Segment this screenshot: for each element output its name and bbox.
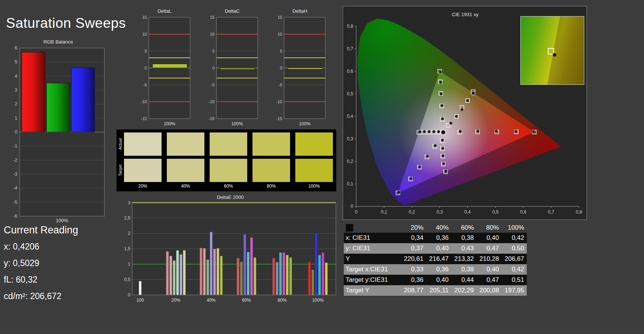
deltae-bar [166, 251, 169, 295]
actual-swatch-80% [252, 132, 290, 156]
deltae-bar [200, 248, 203, 295]
measured-marker-cyan [432, 130, 435, 133]
delta-l-plot: 151050-5-10-15100% [138, 15, 191, 128]
table-cell: 0,40 [426, 243, 451, 254]
tick-label: -5 [211, 83, 215, 87]
table-cell: 197,95 [502, 285, 527, 296]
measured-marker-red [532, 130, 535, 133]
tick-label: 0 [145, 66, 147, 70]
tick-label: 100% [164, 121, 175, 126]
delta-l-chart: DeltaL 151050-5-10-15100% [138, 8, 191, 129]
tick-label: -3 [13, 172, 17, 177]
deltae-bar [286, 255, 289, 295]
tick-label: 0,1 [347, 181, 353, 187]
tick-label: 0 [15, 129, 17, 135]
measured-marker-green [439, 71, 442, 74]
table-column-header: 40% [426, 223, 451, 233]
tick-label: 0 [280, 66, 282, 70]
deltae-bar [139, 281, 142, 295]
deltae-bar [254, 257, 256, 295]
table-row: Target x:CIE310,330,360,380,400,42 [344, 264, 527, 275]
measured-marker-red [476, 130, 479, 133]
deltae-bar [308, 262, 311, 295]
table-row: Target Y208,77205,11202,29200,08197,95 [344, 285, 527, 296]
measured-marker-magenta [444, 170, 447, 173]
tick-label: 5 [280, 49, 282, 53]
reading-line: cd/m²: 206,672 [4, 291, 78, 301]
measured-marker-yellow [449, 122, 452, 125]
reading-line: x: 0,4206 [4, 242, 78, 252]
table-column-header: 60% [451, 223, 476, 233]
delta-h-chart: DeltaH 151050-5-10-15100% [274, 8, 326, 129]
saturation-sweeps-page: Saturation Sweeps RGB Balance 6543210-1-… [0, 0, 644, 334]
tick-label: 0 [351, 204, 353, 209]
tick-label: 0,2 [347, 159, 353, 164]
table-cell: 213,32 [451, 254, 476, 264]
tick-label: -5 [143, 83, 147, 87]
tick-label: 100% [312, 298, 324, 303]
tick-label: 3 [128, 201, 130, 205]
table-cell: 0,51 [502, 275, 527, 285]
deltae-bar [289, 257, 292, 295]
tick-label: 0,6 [520, 209, 526, 215]
measured-marker-yellow [466, 99, 469, 102]
swatch-category-label: 80% [252, 184, 290, 189]
table-cell: 206,67 [502, 254, 527, 264]
current-point-marker [472, 91, 475, 95]
table-cell: 0,47 [476, 275, 502, 285]
tick-label: 0,7 [548, 209, 554, 215]
deltae-bar [283, 253, 285, 295]
red-bar [22, 52, 45, 132]
delta-l-title: DeltaL [138, 8, 191, 14]
rgb-balance-title: RGB Balance [11, 39, 105, 45]
deltae-bar [243, 234, 246, 295]
table-row: Y220,61216,47213,32210,28206,67 [344, 254, 527, 264]
deltae-bar [180, 254, 182, 295]
table-row-label: Target y:CIE31 [344, 275, 401, 285]
tick-label: -5 [278, 83, 282, 87]
measured-marker-blue [397, 191, 400, 194]
measured-marker-magenta [441, 139, 444, 142]
tick-label: 15 [210, 15, 215, 20]
tick-label: -10 [276, 99, 282, 104]
table-cell: 0,40 [476, 233, 502, 243]
measured-marker-yellow [455, 115, 458, 118]
table-cell: 220,61 [401, 254, 426, 264]
tick-label: 0,1 [381, 209, 387, 215]
deltae-bar [237, 258, 239, 295]
measured-marker-blue [426, 155, 429, 158]
table-cell: 202,29 [451, 285, 476, 296]
swatch-category-label: 40% [167, 184, 204, 189]
tick-label: 0,5 [492, 209, 499, 215]
tick-label: 0,8 [576, 209, 582, 215]
measured-marker-green [439, 81, 442, 84]
table-corner-swatch [346, 224, 353, 232]
table-cell: 0,38 [451, 233, 476, 243]
deltae-bar [207, 260, 209, 295]
target-swatch-80% [252, 159, 290, 182]
measured-marker-red [514, 130, 517, 133]
deltae-bar [322, 253, 324, 295]
tick-label: 3 [15, 87, 17, 93]
actual-swatch-100% [295, 132, 333, 156]
table-cell: 0,47 [476, 243, 502, 254]
blue-bar [71, 68, 95, 132]
delta-bar [153, 64, 187, 68]
deltae-bar [250, 238, 253, 295]
tick-label: 20% [171, 298, 180, 303]
deltae-bar [203, 248, 206, 295]
target-swatch-40% [167, 159, 204, 182]
tick-label: 0,5 [124, 277, 130, 282]
table-cell: 0,42 [502, 264, 527, 275]
delta-c-title: DeltaC [206, 8, 259, 14]
delta-bar [288, 68, 322, 69]
table-cell: 0,43 [451, 243, 476, 254]
reading-line: y: 0,5029 [4, 258, 78, 268]
current-reading-heading: Current Reading [4, 224, 78, 236]
delta-h-title: DeltaH [274, 8, 326, 14]
tick-label: 1,5 [124, 246, 130, 251]
measured-marker-cyan [428, 130, 431, 133]
tick-label: 5 [145, 49, 147, 53]
deltae-bar [318, 255, 321, 295]
delta-e-2000-plot: 32,521,510,5010020%40%60%80%100% [123, 201, 337, 305]
